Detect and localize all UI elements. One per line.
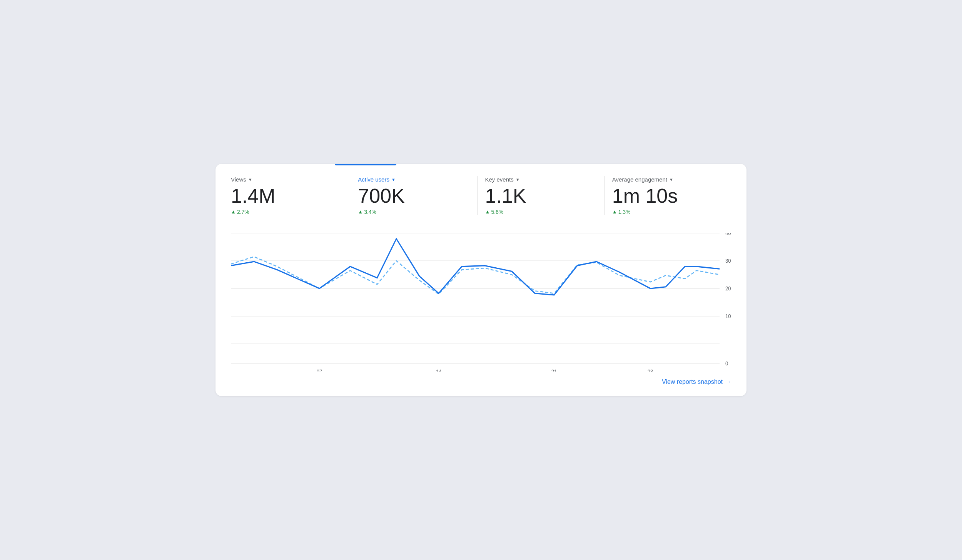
chevron-down-icon-views: ▼	[248, 177, 252, 182]
metric-change-avg-engagement: ▲ 1.3%	[612, 209, 723, 215]
metric-label-active-users[interactable]: Active users ▼	[358, 176, 469, 183]
view-reports-section: View reports snapshot →	[231, 378, 731, 385]
chevron-down-icon-key-events: ▼	[516, 177, 520, 182]
metric-label-avg-engagement[interactable]: Average engagement ▼	[612, 176, 723, 183]
arrow-up-icon-key-events: ▲	[485, 209, 490, 215]
metric-change-key-events: ▲ 5.6%	[485, 209, 596, 215]
metric-avg-engagement: Average engagement ▼ 1m 10s ▲ 1.3%	[604, 176, 731, 215]
metric-value-views: 1.4M	[231, 185, 342, 207]
x-label-28: 28	[648, 369, 653, 372]
metric-change-text-key-events: 5.6%	[491, 209, 503, 215]
view-reports-snapshot-link[interactable]: View reports snapshot →	[662, 378, 731, 385]
metric-label-text-avg-engagement: Average engagement	[612, 176, 667, 183]
x-label-07: 07	[317, 369, 322, 372]
metric-value-active-users: 700K	[358, 185, 469, 207]
metric-key-events: Key events ▼ 1.1K ▲ 5.6%	[477, 176, 604, 215]
y-label-10k: 10K	[725, 313, 731, 319]
metric-value-key-events: 1.1K	[485, 185, 596, 207]
metrics-row: Views ▼ 1.4M ▲ 2.7% Active users ▼ 700K …	[231, 176, 731, 222]
metric-label-text-views: Views	[231, 176, 246, 183]
chevron-down-icon-avg-engagement: ▼	[669, 177, 673, 182]
metric-value-avg-engagement: 1m 10s	[612, 185, 723, 207]
analytics-card: Views ▼ 1.4M ▲ 2.7% Active users ▼ 700K …	[215, 164, 747, 396]
arrow-up-icon-active-users: ▲	[358, 209, 363, 215]
active-tab-indicator	[335, 164, 396, 165]
metric-views: Views ▼ 1.4M ▲ 2.7%	[231, 176, 350, 215]
line-chart: 40K 30K 20K 10K 0 07 14 21 28	[231, 233, 731, 372]
y-label-20k: 20K	[725, 286, 731, 292]
metric-active-users: Active users ▼ 700K ▲ 3.4%	[350, 176, 477, 215]
metric-change-views: ▲ 2.7%	[231, 209, 342, 215]
view-reports-snapshot-label: View reports snapshot	[662, 378, 723, 385]
chevron-down-icon-active-users: ▼	[391, 177, 396, 182]
metric-change-text-views: 2.7%	[237, 209, 249, 215]
metric-change-text-avg-engagement: 1.3%	[618, 209, 631, 215]
metric-label-views[interactable]: Views ▼	[231, 176, 342, 183]
metric-label-text-key-events: Key events	[485, 176, 514, 183]
x-label-14: 14	[436, 369, 442, 372]
arrow-up-icon-views: ▲	[231, 209, 236, 215]
metric-change-active-users: ▲ 3.4%	[358, 209, 469, 215]
metric-change-text-active-users: 3.4%	[364, 209, 376, 215]
metric-label-key-events[interactable]: Key events ▼	[485, 176, 596, 183]
y-label-30k: 30K	[725, 258, 731, 264]
chart-area: 40K 30K 20K 10K 0 07 14 21 28	[231, 233, 731, 372]
y-label-0: 0	[725, 360, 728, 366]
x-label-21: 21	[551, 369, 557, 372]
solid-line	[231, 238, 720, 295]
y-label-40k: 40K	[725, 233, 731, 236]
metric-label-text-active-users: Active users	[358, 176, 389, 183]
arrow-right-icon: →	[725, 378, 731, 385]
arrow-up-icon-avg-engagement: ▲	[612, 209, 617, 215]
